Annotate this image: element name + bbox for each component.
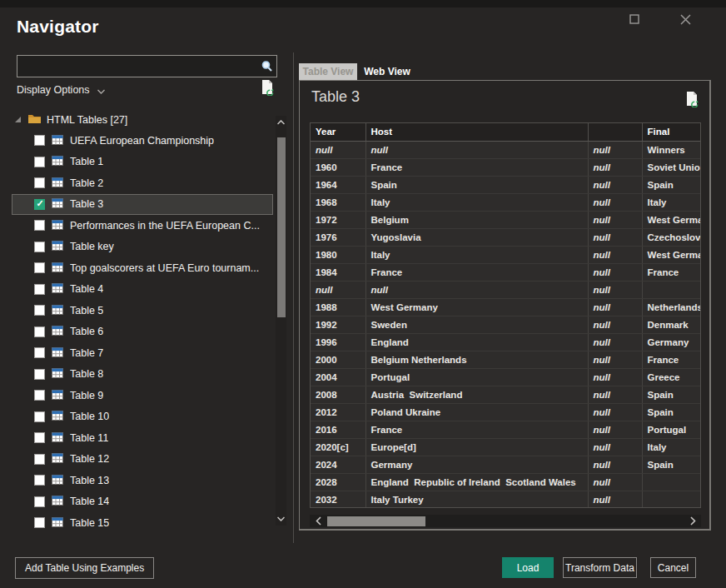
tree-item-table-13[interactable]: Table 13	[12, 470, 273, 491]
tree-item-label: Table 8	[70, 368, 103, 380]
tree-item-table-2[interactable]: Table 2	[12, 172, 273, 194]
add-table-using-examples-button[interactable]: Add Table Using Examples	[15, 557, 154, 579]
tree-item-table-1[interactable]: Table 1	[12, 152, 273, 173]
grid-scrollbar-thumb[interactable]	[327, 516, 425, 526]
grid-cell: Denmark	[642, 316, 701, 333]
table-row: 2004PortugalnullGreece	[311, 368, 701, 386]
grid-cell: Belgium Netherlands	[365, 351, 588, 368]
grid-cell: 1980	[311, 246, 365, 263]
grid-cell: 1984	[311, 263, 365, 281]
table-icon	[52, 133, 63, 148]
item-checkbox[interactable]	[34, 242, 45, 252]
tree-item-label: UEFA European Championship	[70, 135, 214, 147]
grid-cell: West Germany	[642, 211, 701, 228]
tree-item-table-6[interactable]: Table 6	[12, 321, 273, 343]
tree-item-table-3[interactable]: Table 3	[12, 194, 273, 216]
grid-cell: null	[588, 421, 642, 438]
table-row: 2020[c]Europe[d]nullItaly	[311, 438, 701, 456]
grid-cell: null	[365, 281, 588, 298]
tab-table-view[interactable]: Table View	[299, 63, 357, 80]
item-checkbox[interactable]	[34, 475, 45, 486]
chevron-up-icon[interactable]	[276, 117, 286, 128]
tree-item-table-14[interactable]: Table 14	[12, 491, 273, 513]
item-checkbox[interactable]	[34, 262, 45, 273]
table-row: 1972BelgiumnullWest Germany	[311, 211, 701, 228]
tab-web-view[interactable]: Web View	[357, 63, 417, 80]
table-row: 1976YugoslavianullCzechoslovakia	[311, 228, 701, 246]
grid-cell: 2028	[311, 473, 365, 491]
cancel-button[interactable]: Cancel	[650, 557, 696, 578]
chevron-down-icon[interactable]	[276, 513, 286, 525]
grid-horizontal-scrollbar[interactable]	[310, 515, 701, 527]
item-checkbox[interactable]	[34, 326, 45, 337]
item-checkbox[interactable]	[34, 454, 45, 465]
close-icon[interactable]	[677, 11, 694, 27]
folder-row-html-tables[interactable]: HTML Tables [27]	[12, 109, 273, 130]
item-checkbox[interactable]	[34, 305, 45, 316]
grid-cell: West Germany	[365, 298, 588, 316]
tree-item-table-15[interactable]: Table 15	[12, 512, 273, 534]
item-checkbox[interactable]	[34, 411, 45, 422]
tree-item-table-4[interactable]: Table 4	[12, 279, 273, 301]
sidebar-scrollbar-thumb[interactable]	[277, 137, 286, 317]
grid-cell: null	[311, 281, 365, 298]
sidebar-scrollbar[interactable]	[276, 116, 286, 526]
tree-item-table-8[interactable]: Table 8	[12, 364, 273, 386]
item-checkbox[interactable]	[34, 390, 45, 401]
tree-item-uefa-european-championship[interactable]: UEFA European Championship	[12, 130, 273, 152]
item-checkbox[interactable]	[34, 517, 45, 528]
grid-cell: Austria Switzerland	[365, 386, 588, 403]
tree-item-table-7[interactable]: Table 7	[12, 342, 273, 364]
table-icon	[52, 516, 63, 531]
tree-item-label: Table key	[70, 241, 114, 252]
tree-item-table-10[interactable]: Table 10	[12, 406, 273, 428]
tree-item-top-goalscorers-at-uefa-euro-tournam[interactable]: Top goalscorers at UEFA Euro tournam...	[12, 257, 273, 279]
search-input[interactable]	[17, 56, 256, 77]
item-checkbox[interactable]	[34, 369, 45, 380]
tree-item-label: Table 4	[70, 283, 103, 295]
grid-cell: 1992	[311, 316, 365, 333]
table-row: 2028England Republic of Ireland Scotland…	[311, 473, 701, 491]
tree-item-table-12[interactable]: Table 12	[12, 449, 273, 471]
table-icon	[52, 303, 63, 318]
tree-item-table-9[interactable]: Table 9	[12, 385, 273, 406]
chevron-right-icon[interactable]	[686, 515, 699, 527]
chevron-left-icon[interactable]	[311, 515, 325, 527]
grid-cell: null	[311, 141, 365, 158]
tree-item-table-key[interactable]: Table key	[12, 237, 273, 258]
item-checkbox[interactable]	[34, 432, 45, 443]
table-icon	[52, 218, 63, 233]
chevron-down-icon	[97, 82, 105, 97]
table-icon	[52, 388, 63, 403]
grid-cell: 2032	[311, 491, 365, 508]
item-checkbox[interactable]	[34, 177, 45, 188]
table-row: 1992SwedennullDenmark	[311, 316, 701, 333]
grid-cell: 2020[c]	[311, 438, 365, 456]
item-checkbox[interactable]	[34, 199, 45, 210]
grid-cell: null	[588, 281, 642, 298]
item-checkbox[interactable]	[34, 157, 45, 167]
table-row: 1988West GermanynullNetherlands	[311, 298, 701, 316]
tables-tree: HTML Tables [27] UEFA European Champions…	[12, 109, 273, 534]
item-checkbox[interactable]	[34, 220, 45, 231]
refresh-icon[interactable]	[261, 79, 275, 99]
grid-cell: null	[588, 176, 642, 193]
tree-item-table-11[interactable]: Table 11	[12, 427, 273, 449]
tree-item-table-5[interactable]: Table 5	[12, 300, 273, 321]
item-checkbox[interactable]	[34, 284, 45, 295]
expander-icon[interactable]	[12, 116, 22, 123]
display-options-dropdown[interactable]: Display Options	[17, 82, 105, 97]
search-icon[interactable]	[256, 60, 276, 72]
tree-item-label: Table 6	[70, 326, 103, 337]
grid-body: nullnullnullWinners1960FrancenullSoviet …	[311, 141, 701, 508]
grid-cell: Spain	[642, 456, 701, 473]
tree-item-performances-in-the-uefa-european-c[interactable]: Performances in the UEFA European C...	[12, 215, 273, 237]
item-checkbox[interactable]	[34, 347, 45, 358]
item-checkbox[interactable]	[34, 496, 45, 507]
grid-cell: 1960	[311, 158, 365, 176]
maximize-icon[interactable]	[626, 11, 643, 27]
item-checkbox[interactable]	[34, 135, 45, 146]
load-button[interactable]: Load	[502, 557, 554, 578]
refresh-icon[interactable]	[685, 91, 699, 111]
transform-data-button[interactable]: Transform Data	[563, 557, 637, 578]
